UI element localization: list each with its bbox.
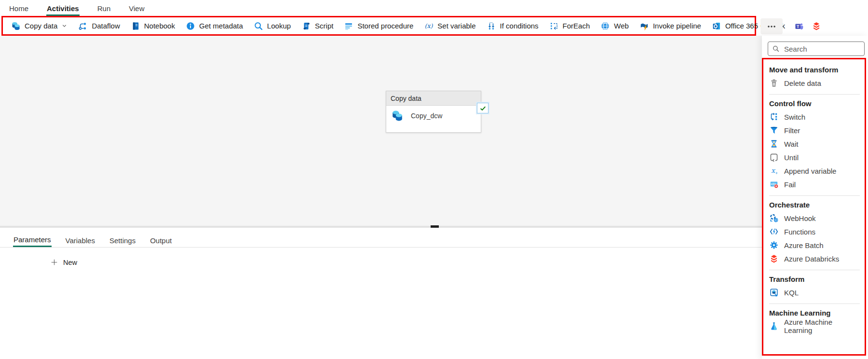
kql-icon xyxy=(769,288,779,297)
toolbar-azure-databricks-button[interactable] xyxy=(808,17,825,34)
svg-text:+: + xyxy=(775,170,778,176)
tab-variables[interactable]: Variables xyxy=(65,228,95,247)
chevron-down-icon xyxy=(61,23,68,29)
activity-item-label: Azure Batch xyxy=(784,241,824,249)
activity-item-azure-databricks[interactable]: Azure Databricks xyxy=(769,252,860,265)
activity-item-label: Fail xyxy=(784,180,796,189)
activity-item-until[interactable]: Until xyxy=(769,151,860,164)
foreach-icon xyxy=(549,21,559,31)
plus-icon xyxy=(50,258,58,266)
toolbar-copy-data-button[interactable]: Copy data xyxy=(6,17,73,34)
activity-item-filter[interactable]: Filter xyxy=(769,124,860,137)
toolbar-item-label: If conditions xyxy=(500,22,539,30)
activity-card-body[interactable]: Copy_dcw xyxy=(386,106,481,126)
copy-data-icon xyxy=(391,110,404,122)
toolbar-item-label: Copy data xyxy=(25,22,57,30)
webhook-icon xyxy=(769,213,779,223)
dataflow-icon xyxy=(78,21,88,31)
script-icon xyxy=(301,21,311,31)
toolbar-item-label: Invoke pipeline xyxy=(653,22,701,30)
tab-run[interactable]: Run xyxy=(97,1,111,16)
activity-item-functions[interactable]: Functions xyxy=(769,225,860,238)
toolbar-item-label: Script xyxy=(315,22,333,30)
more-activities-button[interactable] xyxy=(760,18,783,34)
activity-item-label: Filter xyxy=(784,126,800,135)
activity-item-webhook[interactable]: WebHook xyxy=(769,211,860,225)
toolbar-lookup-button[interactable]: Lookup xyxy=(248,17,296,34)
activity-item-wait[interactable]: Wait xyxy=(769,137,860,151)
activity-item-delete-data[interactable]: Delete data xyxy=(769,76,863,90)
more-options-icon xyxy=(766,21,777,32)
fail-icon: </> xyxy=(769,180,779,189)
search-icon xyxy=(772,45,780,53)
activity-item-azure-machine-learning[interactable]: Azure Machine Learning xyxy=(769,319,860,333)
activity-item-switch[interactable]: Switch xyxy=(769,110,860,124)
set-variable-icon: (x) xyxy=(424,21,434,31)
toolbar-notebook-button[interactable]: Notebook xyxy=(125,17,180,34)
activity-item-label: WebHook xyxy=(784,214,816,222)
toolbar-item-label: ForEach xyxy=(563,22,590,30)
tab-activities[interactable]: Activities xyxy=(46,1,80,16)
copy-data-icon xyxy=(11,21,21,31)
properties-panel: ParametersVariablesSettingsOutput New xyxy=(0,228,762,359)
section-title: Control flow xyxy=(769,99,860,108)
activity-item-label: Azure Machine Learning xyxy=(784,318,860,334)
tab-settings[interactable]: Settings xyxy=(109,228,136,247)
activity-item-label: Wait xyxy=(784,140,798,148)
section-title: Orchestrate xyxy=(769,201,860,209)
toolbar-get-metadata-button[interactable]: Get metadata xyxy=(180,17,248,34)
activity-name-label: Copy_dcw xyxy=(411,112,442,120)
tab-home[interactable]: Home xyxy=(9,1,29,16)
toolbar-item-label: Web xyxy=(614,22,629,30)
section-move-and-transform: Move and transformDelete data xyxy=(769,66,863,90)
activity-type-label: Copy data xyxy=(391,95,421,102)
toolbar-item-label: Notebook xyxy=(144,22,175,30)
svg-text:(x): (x) xyxy=(425,22,434,29)
toolbar-item-label: Get metadata xyxy=(199,22,243,30)
wait-icon xyxy=(769,139,779,149)
toolbar-if-conditions-button[interactable]: If conditions xyxy=(481,17,544,34)
search-input[interactable] xyxy=(783,44,860,54)
toolbar-dataflow-button[interactable]: Dataflow xyxy=(73,17,125,34)
toolbar-invoke-pipeline-button[interactable]: Invoke pipeline xyxy=(634,17,706,34)
tab-view[interactable]: View xyxy=(128,1,145,16)
delete-data-icon xyxy=(769,78,779,88)
toolbar-foreach-button[interactable]: ForEach xyxy=(544,17,596,34)
microsoft-teams-icon: T xyxy=(794,21,804,31)
outlook-icon xyxy=(712,21,721,31)
toolbar-web-button[interactable]: Web xyxy=(595,17,634,34)
stored-procedure-icon xyxy=(344,21,353,31)
activities-flyout: Move and transformDelete dataControl flo… xyxy=(762,36,868,359)
activity-item-azure-batch[interactable]: Azure Batch xyxy=(769,238,860,252)
new-parameter-button[interactable]: New xyxy=(47,258,80,267)
toolbar-microsoft-teams-button[interactable]: T xyxy=(790,17,808,34)
tab-parameters[interactable]: Parameters xyxy=(13,228,52,247)
toolbar-script-button[interactable]: Script xyxy=(296,17,339,34)
activity-item-append-variable[interactable]: x+Append variable xyxy=(769,164,860,178)
activity-item-kql[interactable]: KQL xyxy=(769,286,860,299)
tab-output[interactable]: Output xyxy=(149,228,172,247)
menu-tab-bar: HomeActivitiesRunView xyxy=(0,0,868,16)
activity-card-copy-data[interactable]: Copy data Copy_dcw xyxy=(386,91,481,133)
activity-search[interactable] xyxy=(768,41,865,56)
switch-icon xyxy=(769,112,779,122)
pipeline-canvas[interactable]: Copy data Copy_dcw xyxy=(0,36,762,226)
activity-item-fail[interactable]: </>Fail xyxy=(769,178,860,191)
svg-text:T: T xyxy=(797,24,800,28)
on-success-port[interactable] xyxy=(477,103,488,113)
functions-icon xyxy=(769,227,779,236)
activity-card-header[interactable]: Copy data xyxy=(386,91,481,106)
web-icon xyxy=(600,21,610,31)
notebook-icon xyxy=(131,21,140,31)
azure-databricks-icon xyxy=(769,254,779,263)
toolbar-stored-procedure-button[interactable]: Stored procedure xyxy=(339,17,419,34)
filter-icon xyxy=(769,125,779,135)
lookup-icon xyxy=(254,21,263,31)
get-metadata-icon xyxy=(186,21,195,31)
append-variable-icon: x+ xyxy=(769,166,779,176)
toolbar-set-variable-button[interactable]: (x)Set variable xyxy=(419,17,481,34)
toolbar-item-label: Stored procedure xyxy=(357,22,413,30)
pipeline-editor: HomeActivitiesRunView Copy dataDataflowN… xyxy=(0,0,868,359)
azure-batch-icon xyxy=(769,240,779,250)
section-transform: TransformKQL xyxy=(769,270,860,299)
